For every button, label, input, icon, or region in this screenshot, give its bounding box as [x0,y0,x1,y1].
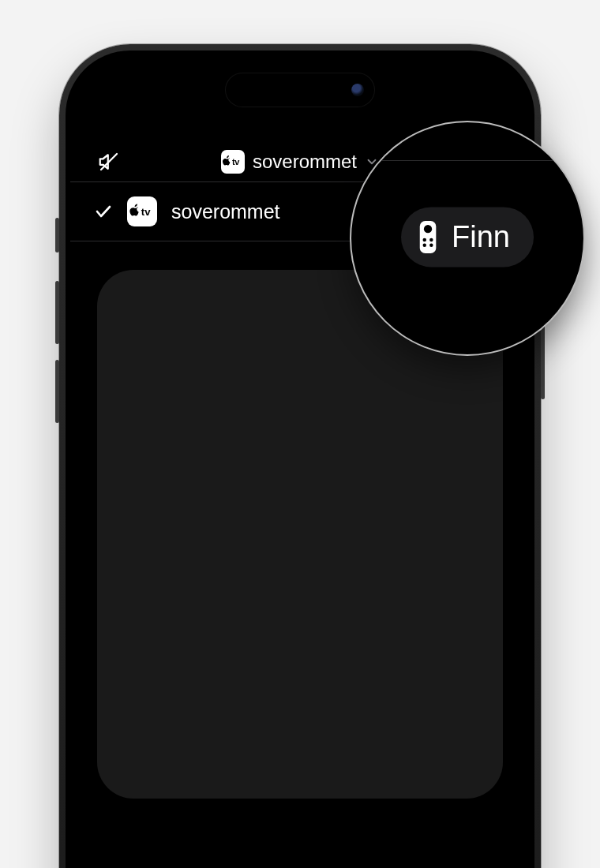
remote-icon [418,218,437,256]
selected-device-label: soverommet [253,151,357,173]
apple-tv-badge-icon: tv [221,150,245,174]
divider [351,160,583,161]
svg-text:tv: tv [141,206,151,218]
checkmark-icon [94,202,113,221]
svg-point-13 [423,244,426,247]
svg-text:tv: tv [232,157,240,166]
find-remote-label-zoomed: Finn [452,220,510,254]
apple-tv-badge-icon: tv [127,196,157,226]
mute-icon[interactable] [97,150,121,174]
svg-point-10 [424,225,432,233]
find-remote-button-zoomed: Finn [401,207,534,267]
volume-up-button [55,281,59,344]
svg-point-14 [429,244,433,247]
svg-point-12 [429,238,433,241]
volume-down-button [55,360,59,423]
svg-point-11 [423,238,426,241]
action-button [55,218,59,253]
svg-line-0 [101,154,117,170]
magnifier-callout: Finn [350,121,585,356]
device-selector[interactable]: tv soverommet [221,150,379,174]
